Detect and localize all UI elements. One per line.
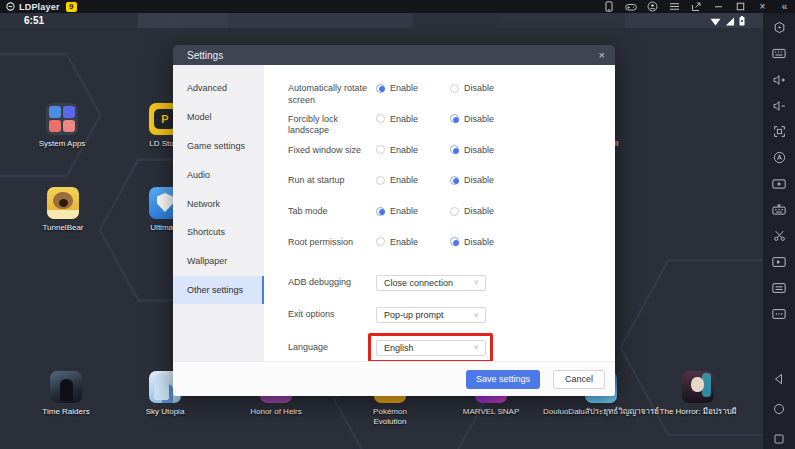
partial-app-label: ll bbox=[615, 139, 619, 148]
ldplayer-window: 6:51 System Apps P LD Store TunnelBear U… bbox=[0, 0, 795, 449]
nav-back-button[interactable] bbox=[772, 372, 786, 385]
radio-option-disable[interactable]: Disable bbox=[450, 205, 524, 216]
radio-button[interactable] bbox=[376, 237, 385, 246]
radio-option-enable[interactable]: Enable bbox=[376, 113, 450, 124]
close-icon[interactable]: × bbox=[599, 50, 605, 61]
sidebar-item-network[interactable]: Network bbox=[173, 189, 264, 218]
radio-row: Fixed window size Enable Disable bbox=[288, 144, 615, 175]
chevron-left-double-icon: « bbox=[782, 2, 788, 12]
support-icon-button[interactable] bbox=[646, 1, 659, 13]
phone-icon-button[interactable] bbox=[602, 1, 615, 13]
keyboard-icon bbox=[772, 48, 786, 59]
save-settings-button[interactable]: Save settings bbox=[466, 370, 540, 389]
radio-label: Enable bbox=[390, 206, 418, 216]
radio-option-disable[interactable]: Disable bbox=[450, 82, 524, 93]
sidebar-item-label: Wallpaper bbox=[187, 256, 227, 266]
sidebar-item-wallpaper[interactable]: Wallpaper bbox=[173, 247, 264, 276]
home-circle-icon bbox=[773, 403, 785, 415]
radio-option-enable[interactable]: Enable bbox=[376, 82, 450, 93]
exit-options-dropdown-wrap: Pop-up prompt ∨ bbox=[376, 307, 486, 323]
screenshot-button[interactable] bbox=[772, 177, 786, 190]
window-title: LDPlayer bbox=[19, 2, 60, 12]
cancel-button[interactable]: Cancel bbox=[553, 370, 605, 389]
radio-label: Enable bbox=[390, 83, 418, 93]
app-tunnelbear[interactable]: TunnelBear bbox=[30, 187, 96, 233]
keyboard-mapping-button[interactable] bbox=[772, 203, 786, 216]
radio-button[interactable] bbox=[450, 84, 459, 93]
android-status-bar: 6:51 bbox=[0, 13, 763, 28]
radio-button[interactable] bbox=[450, 145, 459, 154]
radio-button[interactable] bbox=[450, 207, 459, 216]
maximize-button[interactable] bbox=[734, 1, 747, 13]
sidebar-item-shortcuts[interactable]: Shortcuts bbox=[173, 218, 264, 247]
status-bar-patch bbox=[228, 13, 413, 28]
sidebar-item-game-settings[interactable]: Game settings bbox=[173, 132, 264, 161]
status-bar-patch bbox=[138, 13, 228, 28]
list-button[interactable] bbox=[772, 281, 786, 294]
minimize-button[interactable] bbox=[712, 1, 725, 13]
fullscreen-button[interactable] bbox=[772, 125, 786, 138]
sidebar-item-label: Audio bbox=[187, 170, 210, 180]
dropdown-value: English bbox=[384, 343, 414, 353]
radio-option-disable[interactable]: Disable bbox=[450, 174, 524, 185]
radio-label: Disable bbox=[464, 114, 494, 124]
radio-label: Disable bbox=[464, 175, 494, 185]
radio-option-enable[interactable]: Enable bbox=[376, 174, 450, 185]
settings-content: Automatically rotate screen Enable Disab… bbox=[264, 65, 615, 361]
menu-icon-button[interactable] bbox=[668, 1, 681, 13]
scissors-icon bbox=[773, 229, 786, 242]
keyboard-tool-button[interactable] bbox=[772, 47, 786, 60]
radio-option-enable[interactable]: Enable bbox=[376, 205, 450, 216]
radio-button[interactable] bbox=[376, 145, 385, 154]
gamepad-icon-button[interactable] bbox=[624, 1, 637, 13]
dialog-footer: Save settings Cancel bbox=[173, 361, 615, 396]
macro-recorder-icon bbox=[773, 151, 786, 164]
close-window-button[interactable]: × bbox=[756, 1, 769, 13]
radio-label: Disable bbox=[464, 83, 494, 93]
language-dropdown[interactable]: English ∨ bbox=[376, 340, 486, 356]
nav-recents-button[interactable] bbox=[772, 432, 786, 445]
operation-recorder-button[interactable] bbox=[772, 151, 786, 164]
radio-button[interactable] bbox=[376, 176, 385, 185]
app-the-horror[interactable]: The Horror: มือปราบผี bbox=[633, 371, 763, 417]
pointer-icon-button[interactable] bbox=[690, 1, 703, 13]
support-headset-icon bbox=[647, 1, 658, 12]
video-button[interactable] bbox=[772, 255, 786, 268]
more-button[interactable] bbox=[772, 307, 786, 320]
the-horror-icon bbox=[682, 371, 714, 403]
radio-button[interactable] bbox=[450, 114, 459, 123]
radio-button[interactable] bbox=[376, 84, 385, 93]
minimize-icon bbox=[714, 2, 723, 11]
scissors-button[interactable] bbox=[772, 229, 786, 242]
radio-option-disable[interactable]: Disable bbox=[450, 113, 524, 124]
volume-down-button[interactable] bbox=[772, 99, 786, 112]
radio-button[interactable] bbox=[376, 114, 385, 123]
adb-debugging-dropdown[interactable]: Close connection ∨ bbox=[376, 275, 486, 291]
radio-option-enable[interactable]: Enable bbox=[376, 144, 450, 155]
setting-label: Tab mode bbox=[288, 205, 376, 218]
app-time-raiders[interactable]: Time Raiders bbox=[33, 371, 99, 417]
radio-option-disable[interactable]: Disable bbox=[450, 236, 524, 247]
volume-up-button[interactable] bbox=[772, 73, 786, 86]
system-apps-folder-icon bbox=[46, 103, 78, 135]
sidebar-item-label: Network bbox=[187, 199, 220, 209]
radio-button[interactable] bbox=[450, 176, 459, 185]
collapse-toolbar-button[interactable]: « bbox=[778, 1, 791, 13]
exit-options-dropdown[interactable]: Pop-up prompt ∨ bbox=[376, 307, 486, 323]
list-icon bbox=[772, 282, 786, 294]
sidebar-item-audio[interactable]: Audio bbox=[173, 160, 264, 189]
radio-label: Enable bbox=[390, 145, 418, 155]
sidebar-item-advanced[interactable]: Advanced bbox=[173, 74, 264, 103]
settings-tool-button[interactable] bbox=[772, 21, 786, 34]
sidebar-item-model[interactable]: Model bbox=[173, 103, 264, 132]
ldplayer-logo-icon bbox=[6, 2, 15, 11]
sidebar-item-other-settings[interactable]: Other settings bbox=[173, 276, 264, 305]
radio-button[interactable] bbox=[376, 207, 385, 216]
app-system-apps[interactable]: System Apps bbox=[29, 103, 95, 149]
radio-row: Forcibly lock landscape Enable Disable bbox=[288, 113, 615, 144]
radio-option-enable[interactable]: Enable bbox=[376, 236, 450, 247]
radio-option-disable[interactable]: Disable bbox=[450, 144, 524, 155]
nav-home-button[interactable] bbox=[772, 402, 786, 415]
fullscreen-icon bbox=[773, 125, 786, 138]
radio-button[interactable] bbox=[450, 237, 459, 246]
